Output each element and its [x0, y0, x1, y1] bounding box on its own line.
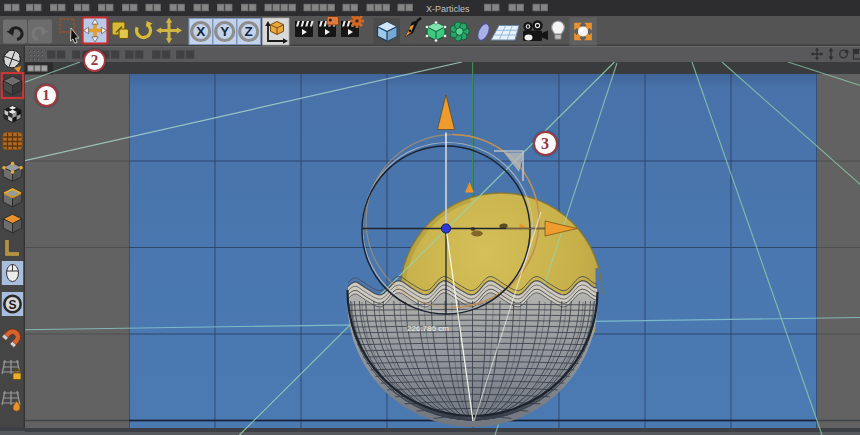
svg-text:X-Particles: X-Particles [426, 4, 470, 14]
svg-text:226.786 cm: 226.786 cm [407, 324, 449, 333]
svg-text:Z: Z [245, 24, 253, 39]
svg-text:X: X [196, 24, 205, 39]
svg-text:Y: Y [220, 24, 229, 39]
svg-text:S: S [8, 298, 16, 312]
